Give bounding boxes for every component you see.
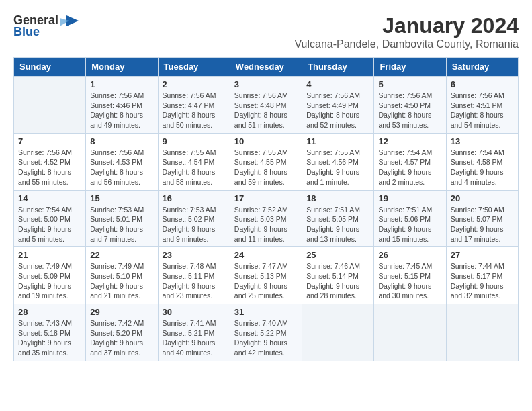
day-detail: Sunrise: 7:51 AM Sunset: 5:06 PM Dayligh… [378,205,441,244]
day-detail: Sunrise: 7:54 AM Sunset: 4:58 PM Dayligh… [451,148,514,187]
calendar-cell: 4Sunrise: 7:56 AM Sunset: 4:49 PM Daylig… [302,77,374,134]
calendar-cell: 28Sunrise: 7:43 AM Sunset: 5:18 PM Dayli… [14,304,86,361]
day-number: 18 [306,193,369,203]
day-number: 5 [378,79,441,89]
calendar-cell [302,304,374,361]
logo-icon [60,14,79,28]
day-number: 23 [163,250,226,260]
day-number: 30 [163,307,226,317]
day-number: 7 [18,136,81,146]
calendar-cell: 22Sunrise: 7:49 AM Sunset: 5:10 PM Dayli… [86,247,158,304]
day-number: 31 [234,307,298,317]
calendar-cell: 18Sunrise: 7:51 AM Sunset: 5:05 PM Dayli… [302,190,374,247]
calendar-cell: 15Sunrise: 7:53 AM Sunset: 5:01 PM Dayli… [86,190,158,247]
calendar-week-row: 21Sunrise: 7:49 AM Sunset: 5:09 PM Dayli… [14,247,519,304]
day-number: 27 [451,250,514,260]
calendar-cell: 23Sunrise: 7:48 AM Sunset: 5:11 PM Dayli… [158,247,230,304]
day-detail: Sunrise: 7:56 AM Sunset: 4:48 PM Dayligh… [234,91,298,130]
day-number: 24 [234,250,298,260]
column-header-monday: Monday [86,58,158,77]
day-detail: Sunrise: 7:56 AM Sunset: 4:52 PM Dayligh… [18,148,81,187]
day-number: 21 [18,250,81,260]
day-number: 28 [18,307,81,317]
day-detail: Sunrise: 7:50 AM Sunset: 5:07 PM Dayligh… [451,205,514,244]
day-detail: Sunrise: 7:54 AM Sunset: 4:57 PM Dayligh… [378,148,441,187]
day-detail: Sunrise: 7:40 AM Sunset: 5:22 PM Dayligh… [234,318,298,358]
day-detail: Sunrise: 7:43 AM Sunset: 5:18 PM Dayligh… [18,318,81,358]
day-detail: Sunrise: 7:56 AM Sunset: 4:50 PM Dayligh… [378,91,441,130]
calendar-cell: 11Sunrise: 7:55 AM Sunset: 4:56 PM Dayli… [302,133,374,190]
calendar-cell [446,304,518,361]
day-number: 10 [234,136,298,146]
calendar-cell: 6Sunrise: 7:56 AM Sunset: 4:51 PM Daylig… [446,77,518,134]
day-detail: Sunrise: 7:49 AM Sunset: 5:09 PM Dayligh… [18,261,81,301]
day-detail: Sunrise: 7:56 AM Sunset: 4:49 PM Dayligh… [306,91,369,130]
column-header-thursday: Thursday [302,58,374,77]
calendar-cell: 25Sunrise: 7:46 AM Sunset: 5:14 PM Dayli… [302,247,374,304]
day-detail: Sunrise: 7:41 AM Sunset: 5:21 PM Dayligh… [163,318,226,358]
day-detail: Sunrise: 7:56 AM Sunset: 4:47 PM Dayligh… [163,91,226,130]
day-number: 2 [163,79,226,89]
day-number: 4 [306,79,369,89]
calendar-title: January 2024 [294,13,519,38]
calendar-week-row: 7Sunrise: 7:56 AM Sunset: 4:52 PM Daylig… [14,133,519,190]
day-number: 8 [90,136,153,146]
day-detail: Sunrise: 7:48 AM Sunset: 5:11 PM Dayligh… [163,261,226,301]
calendar-week-row: 28Sunrise: 7:43 AM Sunset: 5:18 PM Dayli… [14,304,519,361]
day-number: 17 [234,193,298,203]
logo-blue: Blue [13,25,40,39]
calendar-cell: 12Sunrise: 7:54 AM Sunset: 4:57 PM Dayli… [374,133,446,190]
day-detail: Sunrise: 7:55 AM Sunset: 4:55 PM Dayligh… [234,148,298,187]
day-detail: Sunrise: 7:55 AM Sunset: 4:56 PM Dayligh… [306,148,369,187]
column-header-sunday: Sunday [14,58,86,77]
day-number: 9 [163,136,226,146]
day-detail: Sunrise: 7:45 AM Sunset: 5:15 PM Dayligh… [378,261,441,301]
calendar-header-row: SundayMondayTuesdayWednesdayThursdayFrid… [14,58,519,77]
calendar-cell: 26Sunrise: 7:45 AM Sunset: 5:15 PM Dayli… [374,247,446,304]
day-number: 6 [451,79,514,89]
calendar-cell [14,77,86,134]
calendar-cell: 24Sunrise: 7:47 AM Sunset: 5:13 PM Dayli… [230,247,302,304]
day-number: 3 [234,79,298,89]
day-number: 16 [163,193,226,203]
calendar-cell: 16Sunrise: 7:53 AM Sunset: 5:02 PM Dayli… [158,190,230,247]
day-number: 11 [306,136,369,146]
day-number: 13 [451,136,514,146]
day-detail: Sunrise: 7:52 AM Sunset: 5:03 PM Dayligh… [234,205,298,244]
day-number: 20 [451,193,514,203]
calendar-subtitle: Vulcana-Pandele, Dambovita County, Roman… [294,38,519,50]
day-number: 14 [18,193,81,203]
day-number: 22 [90,250,153,260]
calendar-cell: 2Sunrise: 7:56 AM Sunset: 4:47 PM Daylig… [158,77,230,134]
day-number: 25 [306,250,369,260]
day-detail: Sunrise: 7:56 AM Sunset: 4:46 PM Dayligh… [90,91,153,130]
calendar-table: SundayMondayTuesdayWednesdayThursdayFrid… [13,57,519,361]
calendar-cell: 17Sunrise: 7:52 AM Sunset: 5:03 PM Dayli… [230,190,302,247]
day-detail: Sunrise: 7:53 AM Sunset: 5:02 PM Dayligh… [163,205,226,244]
day-detail: Sunrise: 7:44 AM Sunset: 5:17 PM Dayligh… [451,261,514,301]
day-detail: Sunrise: 7:51 AM Sunset: 5:05 PM Dayligh… [306,205,369,244]
day-detail: Sunrise: 7:53 AM Sunset: 5:01 PM Dayligh… [90,205,153,244]
calendar-cell: 7Sunrise: 7:56 AM Sunset: 4:52 PM Daylig… [14,133,86,190]
column-header-friday: Friday [374,58,446,77]
day-detail: Sunrise: 7:46 AM Sunset: 5:14 PM Dayligh… [306,261,369,301]
day-detail: Sunrise: 7:56 AM Sunset: 4:51 PM Dayligh… [451,91,514,130]
day-number: 26 [378,250,441,260]
calendar-cell: 29Sunrise: 7:42 AM Sunset: 5:20 PM Dayli… [86,304,158,361]
day-detail: Sunrise: 7:55 AM Sunset: 4:54 PM Dayligh… [163,148,226,187]
calendar-cell: 3Sunrise: 7:56 AM Sunset: 4:48 PM Daylig… [230,77,302,134]
calendar-cell: 19Sunrise: 7:51 AM Sunset: 5:06 PM Dayli… [374,190,446,247]
calendar-cell: 27Sunrise: 7:44 AM Sunset: 5:17 PM Dayli… [446,247,518,304]
day-number: 29 [90,307,153,317]
day-number: 12 [378,136,441,146]
calendar-cell: 14Sunrise: 7:54 AM Sunset: 5:00 PM Dayli… [14,190,86,247]
calendar-cell: 20Sunrise: 7:50 AM Sunset: 5:07 PM Dayli… [446,190,518,247]
column-header-tuesday: Tuesday [158,58,230,77]
calendar-week-row: 14Sunrise: 7:54 AM Sunset: 5:00 PM Dayli… [14,190,519,247]
calendar-cell: 9Sunrise: 7:55 AM Sunset: 4:54 PM Daylig… [158,133,230,190]
calendar-cell: 30Sunrise: 7:41 AM Sunset: 5:21 PM Dayli… [158,304,230,361]
day-detail: Sunrise: 7:47 AM Sunset: 5:13 PM Dayligh… [234,261,298,301]
day-number: 1 [90,79,153,89]
logo: General Blue [13,13,79,39]
calendar-cell: 21Sunrise: 7:49 AM Sunset: 5:09 PM Dayli… [14,247,86,304]
